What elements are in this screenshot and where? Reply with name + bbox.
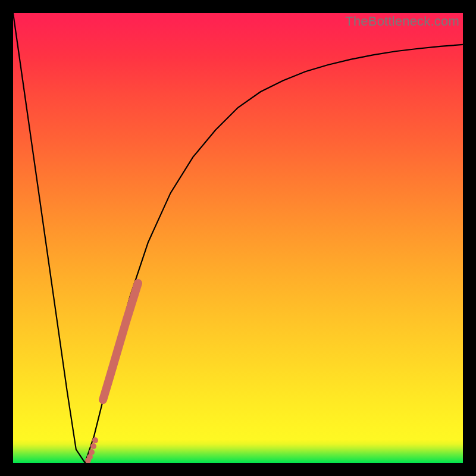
bottleneck-curve (13, 13, 463, 463)
plot-area: TheBottleneck.com (13, 13, 463, 463)
svg-point-3 (90, 443, 96, 449)
chart-frame: TheBottleneck.com (0, 0, 476, 476)
svg-point-4 (92, 437, 98, 443)
highlight-segment (103, 283, 138, 400)
curve-path (13, 13, 463, 463)
svg-point-2 (89, 449, 95, 455)
